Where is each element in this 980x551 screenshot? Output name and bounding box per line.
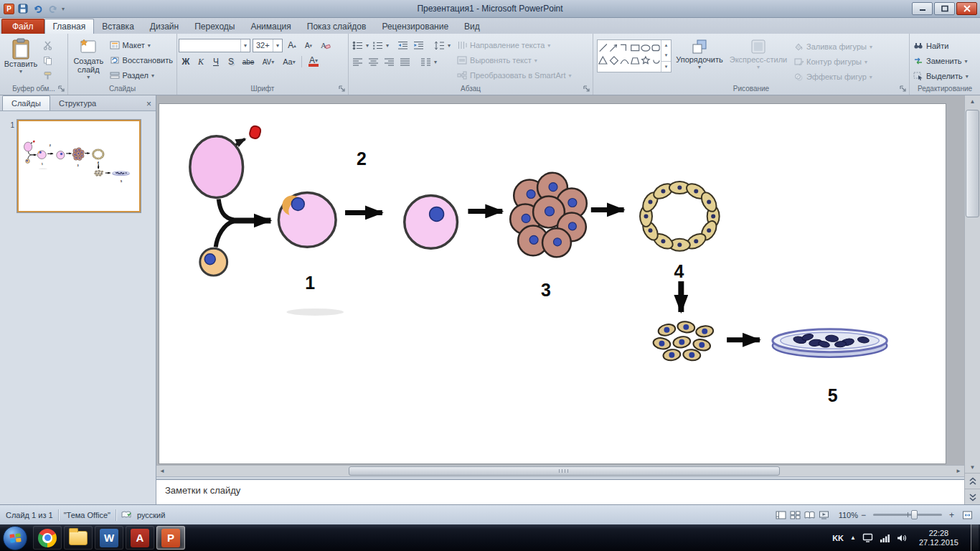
tab-slides-thumbnails[interactable]: Слайды — [2, 95, 50, 110]
shapes-gallery-more[interactable]: ▾ — [661, 61, 671, 72]
text-direction-button[interactable]: Направление текста ▾ — [455, 38, 573, 52]
slide-canvas[interactable] — [159, 104, 946, 463]
select-button[interactable]: Выделить ▾ — [911, 69, 971, 83]
paragraph-dialog-launcher[interactable] — [583, 85, 591, 93]
shape-fill-button[interactable]: Заливка фигуры ▾ — [791, 39, 875, 54]
paste-button[interactable]: Вставить ▾ — [1, 35, 40, 81]
tab-transitions[interactable]: Переходы — [187, 19, 242, 34]
reset-button[interactable]: Восстановить — [108, 53, 175, 67]
shapes-scroll-down[interactable]: ▾ — [661, 50, 671, 60]
tab-home[interactable]: Главная — [44, 19, 95, 34]
notes-pane[interactable]: Заметки к слайду — [156, 480, 964, 504]
save-button[interactable] — [17, 2, 29, 15]
show-desktop-button[interactable] — [971, 524, 979, 551]
arrange-button[interactable]: Упорядочить ▾ — [674, 35, 725, 81]
taskbar-explorer-button[interactable] — [64, 526, 93, 550]
language-indicator[interactable]: русский — [137, 511, 165, 519]
horizontal-scroll-thumb[interactable] — [349, 466, 781, 476]
copy-button[interactable] — [40, 53, 55, 67]
italic-button[interactable]: К — [194, 55, 208, 69]
zoom-slider-handle[interactable] — [911, 510, 918, 519]
scroll-left-arrow[interactable]: ◄ — [156, 466, 168, 477]
bullets-button[interactable] — [350, 38, 364, 52]
previous-slide-button[interactable] — [965, 473, 980, 489]
tab-outline[interactable]: Структура — [50, 95, 105, 110]
columns-dropdown-icon[interactable]: ▾ — [434, 59, 437, 65]
undo-button[interactable] — [32, 2, 44, 15]
justify-button[interactable] — [397, 55, 412, 69]
slide-1-thumbnail[interactable] — [17, 120, 141, 212]
close-panel-icon[interactable]: × — [146, 100, 151, 108]
qat-customize-dropdown-icon[interactable]: ▾ — [62, 6, 65, 12]
shapes-scroll-up[interactable]: ▴ — [661, 40, 671, 50]
horizontal-scroll-track[interactable] — [168, 466, 953, 476]
network-tray-icon[interactable] — [880, 534, 890, 542]
tab-slideshow[interactable]: Показ слайдов — [299, 19, 374, 34]
cut-button[interactable] — [40, 38, 55, 52]
underline-button[interactable]: Ч — [209, 55, 223, 69]
slide-sorter-view-button[interactable] — [788, 509, 803, 522]
find-button[interactable]: Найти — [911, 39, 971, 53]
align-center-button[interactable] — [366, 55, 380, 69]
align-right-button[interactable] — [382, 55, 396, 69]
zoom-in-button[interactable]: + — [946, 509, 957, 520]
clipboard-dialog-launcher[interactable] — [58, 85, 66, 93]
bold-button[interactable]: Ж — [179, 55, 193, 69]
replace-button[interactable]: Заменить ▾ — [911, 54, 971, 68]
volume-tray-icon[interactable] — [897, 534, 907, 542]
scroll-right-arrow[interactable]: ► — [953, 466, 964, 477]
zoom-slider[interactable] — [873, 514, 942, 516]
shape-outline-button[interactable]: Контур фигуры ▾ — [791, 55, 875, 69]
taskbar-word-button[interactable]: W — [95, 526, 123, 550]
decrease-indent-button[interactable] — [395, 38, 410, 52]
layout-button[interactable]: Макет ▾ — [108, 38, 175, 52]
increase-indent-button[interactable] — [411, 38, 425, 52]
tab-file[interactable]: Файл — [1, 19, 44, 34]
horizontal-scrollbar[interactable]: ◄ ► — [156, 465, 964, 476]
align-text-button[interactable]: Выровнять текст ▾ — [455, 53, 573, 67]
clear-formatting-button[interactable]: A — [318, 38, 332, 52]
zoom-level[interactable]: 110% — [839, 511, 858, 519]
font-color-button[interactable]: А▾ — [304, 55, 323, 69]
scroll-down-arrow[interactable]: ▼ — [965, 461, 980, 473]
taskbar-adobe-reader-button[interactable]: A — [126, 526, 154, 550]
scroll-up-arrow[interactable]: ▲ — [965, 95, 980, 107]
bullets-dropdown-icon[interactable]: ▾ — [366, 42, 369, 49]
spellcheck-icon[interactable] — [121, 510, 133, 519]
shrink-font-button[interactable]: А▾ — [301, 38, 316, 52]
zoom-out-button[interactable]: − — [858, 509, 869, 520]
maximize-button[interactable] — [934, 2, 955, 15]
shape-effects-button[interactable]: Эффекты фигур ▾ — [791, 70, 875, 84]
start-button[interactable] — [3, 526, 27, 550]
text-shadow-button[interactable]: S — [224, 55, 238, 69]
font-size-combo[interactable]: 32+ ▾ — [253, 39, 283, 52]
strikethrough-button[interactable]: abe — [239, 55, 258, 69]
minimize-button[interactable] — [912, 2, 933, 15]
format-painter-button[interactable] — [40, 68, 55, 83]
repeat-button[interactable] — [47, 2, 60, 15]
quick-styles-button[interactable]: Экспресс-стили ▾ — [725, 35, 791, 81]
vertical-scrollbar[interactable]: ▲ ▼ — [964, 95, 980, 504]
next-slide-button[interactable] — [965, 489, 980, 504]
character-spacing-button[interactable]: AV▾ — [258, 55, 278, 69]
slideshow-view-button[interactable] — [817, 509, 831, 522]
line-spacing-button[interactable] — [432, 38, 446, 52]
numbering-dropdown-icon[interactable]: ▾ — [386, 42, 389, 49]
vertical-scroll-track[interactable] — [965, 107, 980, 461]
taskbar-powerpoint-button[interactable]: P — [156, 526, 185, 550]
section-button[interactable]: Раздел ▾ — [108, 68, 175, 83]
vertical-scroll-thumb[interactable] — [966, 110, 979, 217]
taskbar-chrome-button[interactable] — [33, 526, 62, 550]
convert-to-smartart-button[interactable]: Преобразовать в SmartArt ▾ — [455, 68, 573, 83]
drawing-dialog-launcher[interactable] — [900, 85, 908, 93]
font-dialog-launcher[interactable] — [339, 85, 347, 93]
tab-view[interactable]: Вид — [456, 19, 488, 34]
align-left-button[interactable] — [350, 55, 364, 69]
tab-design[interactable]: Дизайн — [142, 19, 187, 34]
fit-to-window-button[interactable] — [960, 509, 974, 522]
new-slide-button[interactable]: Создать слайд ▾ — [70, 35, 108, 81]
numbering-button[interactable] — [370, 38, 385, 52]
font-name-combo[interactable]: ▾ — [179, 39, 250, 52]
tab-animations[interactable]: Анимация — [242, 19, 298, 34]
tab-insert[interactable]: Вставка — [94, 19, 142, 34]
